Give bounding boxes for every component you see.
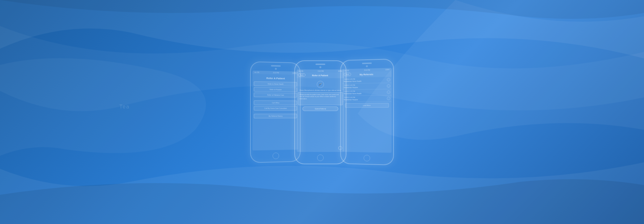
refer-hospice-btn[interactable]: Refer to Hospice (254, 87, 297, 92)
referral-date-3: 7/1/2013 3:45 PM (344, 96, 387, 98)
phone-center-nav: Back Refer A Patient (297, 72, 344, 78)
download-icon[interactable]: ↓ (338, 146, 342, 150)
referral-arrow-2: › (387, 91, 390, 94)
phone-center-screen: mc 3G 3:10 PM 100% Back Refer A Patient … (297, 69, 344, 152)
referral-history-btn[interactable]: My Referral History (254, 114, 297, 118)
referral-textarea[interactable]: Please provide the patient name, their h… (298, 92, 343, 105)
referral-type-0: Residential Home Health (344, 80, 387, 82)
phone-left-screen: mc 3G 3:10 PM 100% Refer A Patient Refer… (252, 70, 298, 150)
referral-arrow-1: › (387, 84, 390, 88)
referrals-list: 7/1/2013 3:45 PM Residential Home Health… (342, 77, 392, 102)
phone-center-home-btn[interactable] (317, 154, 324, 161)
phone-left-carrier: mc 3G (254, 71, 259, 73)
referral-item-2[interactable]: 7/1/2013 3:45 PM Residential Home Health… (342, 89, 392, 96)
referral-info-3: 7/1/2013 3:45 PM Residential Hospice (344, 96, 387, 101)
mic-circle[interactable]: 🎤 (317, 81, 324, 88)
phone-right-home-btn[interactable] (363, 155, 370, 161)
referral-info-2: 7/1/2013 3:45 PM Residential Home Health (344, 90, 387, 94)
phone-left-time: 3:10 PM (273, 71, 279, 73)
phone-right-screen: mc 3G 3:10 PM 100% Back My Referrals 7/1… (342, 68, 392, 153)
center-back-btn[interactable]: Back (298, 73, 305, 76)
phone-left-content: Refer A Patient Refer to Home Health Ref… (252, 74, 298, 120)
phone-center: mc 3G 3:10 PM 100% Back Refer A Patient … (294, 60, 346, 164)
phone-right-title: My Referrals (351, 73, 382, 76)
phone-center-status-bar: mc 3G 3:10 PM 100% (297, 69, 344, 72)
phone-left-speaker (271, 65, 281, 67)
phone-center-speaker (315, 63, 325, 65)
phone-left-camera (275, 68, 277, 69)
referral-type-2: Residential Home Health (344, 92, 387, 94)
referral-arrow-3: › (387, 97, 390, 100)
phone-center-camera (319, 66, 321, 68)
load-more-btn[interactable]: Load More (345, 103, 389, 107)
phone-center-content: 🎤 Press Microphone to dictate referral o… (297, 78, 344, 114)
phone-right-time: 3:10 PM (364, 69, 370, 71)
referral-info-0: 7/1/2013 3:45 PM Residential Home Health (344, 78, 387, 82)
referral-item-0[interactable]: 7/1/2013 3:45 PM Residential Home Health… (342, 77, 392, 83)
phone-right-speaker (362, 63, 372, 64)
phone-right-camera (366, 65, 368, 67)
phone-left: mc 3G 3:10 PM 100% Refer A Patient Refer… (250, 61, 301, 163)
referral-arrow-0: › (387, 78, 390, 81)
referral-type-3: Residential Hospice (344, 98, 387, 101)
phone-center-title: Refer A Patient (305, 74, 335, 76)
phones-container: mc 3G 3:10 PM 100% Refer A Patient Refer… (244, 59, 400, 165)
mic-icon: 🎤 (319, 83, 322, 86)
phone-left-home-btn[interactable] (273, 152, 279, 159)
phone-right-battery: 100% (385, 68, 390, 70)
call-consultant-btn[interactable]: Call My Home Care Consultant (254, 106, 297, 110)
phone-center-battery: 100% (338, 70, 342, 72)
call-office-btn[interactable]: Call Office (254, 100, 297, 105)
mic-instruction: Press Microphone to dictate referral or … (298, 89, 343, 91)
referral-type-1: Residential Hospice (344, 86, 387, 89)
refer-palliative-btn[interactable]: Refer to Palliative Care (254, 93, 297, 97)
phone-center-time: 3:10 PM (318, 70, 324, 72)
phone-left-title: Refer A Patient (254, 76, 297, 80)
phone-center-carrier: mc 3G (299, 70, 303, 72)
submit-referral-btn[interactable]: Submit Referral (302, 106, 338, 111)
referral-item-3[interactable]: 7/1/2013 3:45 PM Residential Hospice › (342, 95, 392, 102)
referral-item-1[interactable]: 7/1/2013 3:45 PM Residential Hospice › (342, 83, 392, 90)
refer-home-health-btn[interactable]: Refer to Home Health (254, 81, 297, 86)
phone-right: mc 3G 3:10 PM 100% Back My Referrals 7/1… (340, 59, 394, 166)
referral-info-1: 7/1/2013 3:45 PM Residential Hospice (344, 84, 387, 89)
